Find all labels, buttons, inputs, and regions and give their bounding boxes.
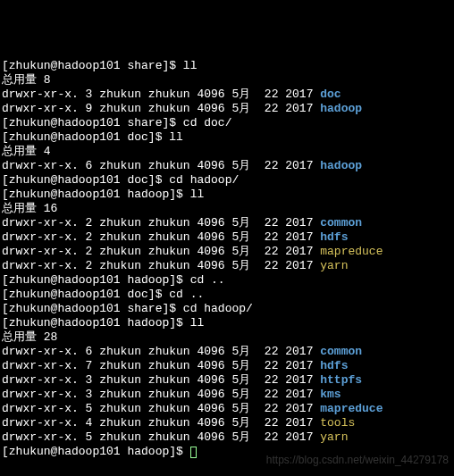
directory-name: tools — [320, 416, 355, 430]
prompt-line[interactable]: [zhukun@hadoop101 share]$ ll — [2, 59, 452, 73]
ls-meta: drwxr-xr-x. 4 zhukun zhukun 4096 5月 22 2… — [2, 416, 320, 430]
ls-meta: drwxr-xr-x. 9 zhukun zhukun 4096 5月 22 2… — [2, 102, 320, 115]
total-line: 总用量 4 — [2, 145, 452, 159]
prompt-line[interactable]: [zhukun@hadoop101 doc]$ cd .. — [2, 288, 452, 302]
ls-entry: drwxr-xr-x. 2 zhukun zhukun 4096 5月 22 2… — [2, 259, 452, 273]
shell-command: cd hadoop/ — [183, 302, 253, 315]
prompt-line[interactable]: [zhukun@hadoop101 share]$ cd doc/ — [2, 116, 452, 130]
ls-entry: drwxr-xr-x. 6 zhukun zhukun 4096 5月 22 2… — [2, 345, 452, 359]
total-line: 总用量 28 — [2, 330, 452, 345]
shell-prompt: [zhukun@hadoop101 hadoop]$ — [2, 273, 190, 287]
ls-meta: drwxr-xr-x. 2 zhukun zhukun 4096 5月 22 2… — [2, 245, 320, 258]
ls-entry: drwxr-xr-x. 7 zhukun zhukun 4096 5月 22 2… — [2, 359, 452, 373]
shell-command: cd .. — [190, 273, 225, 287]
directory-name: hdfs — [320, 359, 348, 372]
prompt-line[interactable]: [zhukun@hadoop101 share]$ cd hadoop/ — [2, 302, 452, 316]
ls-meta: drwxr-xr-x. 6 zhukun zhukun 4096 5月 22 2… — [2, 345, 320, 358]
ls-entry: drwxr-xr-x. 2 zhukun zhukun 4096 5月 22 2… — [2, 245, 452, 259]
shell-command: ll — [190, 316, 205, 330]
directory-name: kms — [320, 388, 340, 401]
ls-entry: drwxr-xr-x. 3 zhukun zhukun 4096 5月 22 2… — [2, 88, 452, 102]
prompt-line[interactable]: [zhukun@hadoop101 hadoop]$ — [2, 445, 452, 459]
terminal-output[interactable]: [zhukun@hadoop101 share]$ ll总用量 8drwxr-x… — [2, 59, 452, 459]
shell-command: cd doc/ — [183, 116, 232, 129]
ls-entry: drwxr-xr-x. 2 zhukun zhukun 4096 5月 22 2… — [2, 216, 452, 230]
ls-entry: drwxr-xr-x. 3 zhukun zhukun 4096 5月 22 2… — [2, 373, 452, 388]
total-line: 总用量 8 — [2, 73, 452, 88]
directory-name: hadoop — [320, 159, 362, 172]
shell-prompt: [zhukun@hadoop101 hadoop]$ — [2, 445, 190, 458]
shell-command: ll — [169, 130, 183, 144]
directory-name: yarn — [320, 259, 348, 272]
shell-prompt: [zhukun@hadoop101 share]$ — [2, 59, 183, 72]
ls-meta: drwxr-xr-x. 2 zhukun zhukun 4096 5月 22 2… — [2, 230, 320, 244]
directory-name: hdfs — [320, 230, 348, 244]
shell-prompt: [zhukun@hadoop101 share]$ — [2, 116, 183, 129]
prompt-line[interactable]: [zhukun@hadoop101 hadoop]$ cd .. — [2, 273, 452, 288]
prompt-line[interactable]: [zhukun@hadoop101 doc]$ ll — [2, 130, 452, 145]
prompt-line[interactable]: [zhukun@hadoop101 doc]$ cd hadoop/ — [2, 173, 452, 188]
shell-command: ll — [190, 188, 205, 201]
directory-name: common — [320, 345, 362, 358]
ls-entry: drwxr-xr-x. 5 zhukun zhukun 4096 5月 22 2… — [2, 402, 452, 416]
directory-name: yarn — [320, 430, 348, 444]
ls-meta: drwxr-xr-x. 3 zhukun zhukun 4096 5月 22 2… — [2, 388, 320, 401]
ls-entry: drwxr-xr-x. 9 zhukun zhukun 4096 5月 22 2… — [2, 102, 452, 116]
total-line: 总用量 16 — [2, 202, 452, 216]
directory-name: mapreduce — [320, 245, 383, 258]
ls-entry: drwxr-xr-x. 4 zhukun zhukun 4096 5月 22 2… — [2, 416, 452, 430]
ls-meta: drwxr-xr-x. 3 zhukun zhukun 4096 5月 22 2… — [2, 88, 320, 101]
directory-name: doc — [320, 88, 340, 101]
ls-meta: drwxr-xr-x. 6 zhukun zhukun 4096 5月 22 2… — [2, 159, 320, 172]
cursor — [190, 447, 197, 458]
directory-name: hadoop — [320, 102, 362, 115]
ls-entry: drwxr-xr-x. 6 zhukun zhukun 4096 5月 22 2… — [2, 159, 452, 173]
ls-meta: drwxr-xr-x. 5 zhukun zhukun 4096 5月 22 2… — [2, 430, 320, 444]
prompt-line[interactable]: [zhukun@hadoop101 hadoop]$ ll — [2, 316, 452, 330]
shell-command: cd hadoop/ — [169, 173, 239, 187]
shell-prompt: [zhukun@hadoop101 hadoop]$ — [2, 188, 190, 201]
shell-prompt: [zhukun@hadoop101 doc]$ — [2, 130, 169, 144]
ls-entry: drwxr-xr-x. 3 zhukun zhukun 4096 5月 22 2… — [2, 388, 452, 402]
shell-command: cd .. — [169, 288, 204, 301]
shell-prompt: [zhukun@hadoop101 hadoop]$ — [2, 316, 190, 330]
directory-name: common — [320, 216, 362, 230]
prompt-line[interactable]: [zhukun@hadoop101 hadoop]$ ll — [2, 188, 452, 202]
ls-meta: drwxr-xr-x. 7 zhukun zhukun 4096 5月 22 2… — [2, 359, 320, 372]
shell-prompt: [zhukun@hadoop101 share]$ — [2, 302, 183, 315]
shell-prompt: [zhukun@hadoop101 doc]$ — [2, 288, 169, 301]
ls-meta: drwxr-xr-x. 3 zhukun zhukun 4096 5月 22 2… — [2, 373, 320, 387]
directory-name: httpfs — [320, 373, 362, 387]
shell-command: ll — [183, 59, 198, 72]
shell-prompt: [zhukun@hadoop101 doc]$ — [2, 173, 169, 187]
ls-entry: drwxr-xr-x. 2 zhukun zhukun 4096 5月 22 2… — [2, 230, 452, 245]
directory-name: mapreduce — [320, 402, 383, 415]
ls-meta: drwxr-xr-x. 5 zhukun zhukun 4096 5月 22 2… — [2, 402, 320, 415]
ls-meta: drwxr-xr-x. 2 zhukun zhukun 4096 5月 22 2… — [2, 259, 320, 272]
ls-entry: drwxr-xr-x. 5 zhukun zhukun 4096 5月 22 2… — [2, 430, 452, 445]
ls-meta: drwxr-xr-x. 2 zhukun zhukun 4096 5月 22 2… — [2, 216, 320, 230]
